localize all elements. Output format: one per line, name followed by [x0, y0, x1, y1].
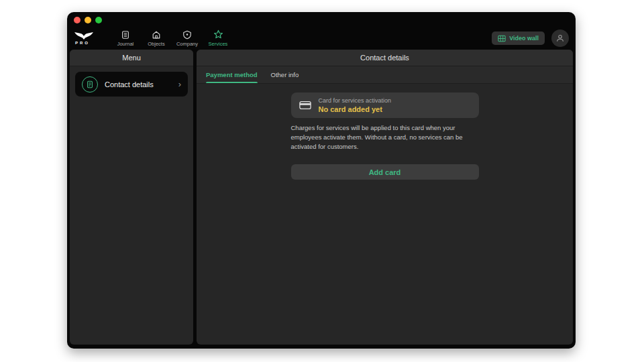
app-window: PRO Journal Objects: [67, 12, 576, 349]
user-avatar[interactable]: [551, 29, 569, 47]
nav-item-label: Company: [176, 41, 198, 47]
person-icon: [555, 34, 565, 43]
card-status-value: No card added yet: [319, 105, 392, 113]
zoom-window-button[interactable]: [95, 17, 102, 23]
grid-icon: [498, 35, 506, 42]
title-bar: [67, 12, 576, 28]
main-pane: Contact details Payment method Other inf…: [197, 50, 573, 345]
tab-payment-method[interactable]: Payment method: [206, 66, 258, 83]
app-logo: PRO: [74, 32, 105, 45]
card-status-panel: Card for services activation No card add…: [291, 93, 479, 118]
wings-logo-icon: [74, 32, 94, 40]
objects-icon: [152, 30, 161, 40]
tab-bar: Payment method Other info: [197, 66, 573, 84]
close-window-button[interactable]: [74, 17, 80, 23]
sidebar-item-label: Contact details: [105, 80, 178, 88]
add-card-button[interactable]: Add card: [291, 164, 479, 180]
nav-item-label: Journal: [117, 41, 134, 47]
services-icon: [213, 29, 223, 40]
card-label: Card for services activation: [319, 97, 392, 104]
nav-item-journal[interactable]: Journal: [110, 30, 141, 47]
video-wall-button[interactable]: Video wall: [492, 32, 545, 45]
sidebar-item-contact-details[interactable]: Contact details ›: [75, 72, 188, 97]
nav-item-label: Services: [209, 41, 228, 47]
video-wall-label: Video wall: [509, 35, 539, 42]
minimize-window-button[interactable]: [85, 17, 91, 23]
company-icon: [182, 30, 192, 40]
top-navbar: PRO Journal Objects: [67, 28, 576, 50]
tab-other-info[interactable]: Other info: [271, 66, 299, 83]
chevron-right-icon: ›: [178, 80, 181, 88]
add-card-label: Add card: [369, 168, 401, 176]
card-description: Charges for services will be applied to …: [291, 123, 479, 151]
sidebar-header: Menu: [70, 50, 193, 66]
nav-item-objects[interactable]: Objects: [141, 30, 172, 47]
card-status-texts: Card for services activation No card add…: [319, 97, 392, 113]
nav-item-company[interactable]: Company: [172, 30, 203, 47]
content-area: Menu Contact details › Contact details P: [67, 50, 576, 349]
sidebar: Menu Contact details ›: [70, 50, 193, 345]
journal-icon: [121, 30, 130, 40]
logo-text: PRO: [75, 41, 90, 45]
payment-method-panel: Card for services activation No card add…: [197, 84, 573, 345]
credit-card-icon: [299, 101, 311, 110]
page-title: Contact details: [197, 50, 573, 66]
document-icon: [82, 76, 98, 93]
nav-item-services[interactable]: Services: [203, 29, 233, 47]
nav-item-label: Objects: [148, 41, 164, 47]
